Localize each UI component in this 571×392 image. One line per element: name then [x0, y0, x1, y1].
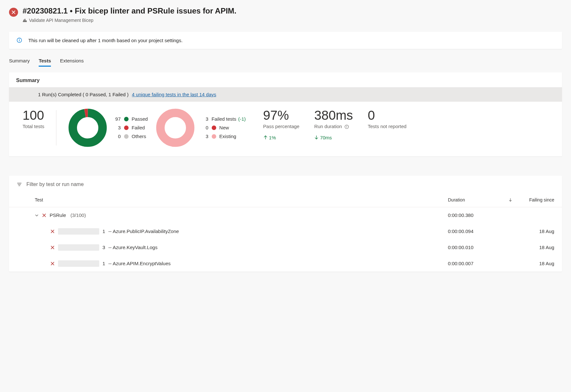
failed-breakdown-donut: 3 Failed tests (-1) 0 New 3	[156, 108, 246, 147]
pipeline-name: Validate API Management Bicep	[29, 18, 93, 23]
sort-down-icon[interactable]	[508, 198, 512, 202]
run-status-failed-icon	[9, 8, 18, 17]
dot-red-icon	[124, 126, 129, 130]
svg-rect-12	[347, 126, 347, 128]
pipeline-icon	[23, 18, 27, 23]
svg-point-11	[346, 126, 347, 126]
svg-rect-0	[23, 21, 27, 22]
dot-grey-icon	[124, 134, 129, 139]
page-header: #20230821.1 • Fix bicep linter and PSRul…	[9, 6, 562, 23]
fail-x-icon	[50, 245, 55, 250]
svg-rect-3	[26, 20, 27, 21]
tests-table-panel: Test Duration Failing since	[9, 176, 562, 272]
metric-total-tests: 100 Total tests	[23, 108, 44, 147]
legend-existing: 3 Existing	[200, 134, 246, 139]
redacted-text	[58, 244, 99, 251]
group-name: PSRule	[50, 212, 66, 218]
metric-run-duration: 380ms Run duration 70ms	[314, 108, 353, 147]
group-count: (3/100)	[71, 212, 86, 218]
tab-summary[interactable]: Summary	[9, 58, 30, 67]
failing-tests-link[interactable]: 4 unique failing tests in the last 14 da…	[132, 92, 216, 97]
svg-point-5	[19, 39, 20, 40]
legend-new: 0 New	[200, 125, 246, 130]
test-duration: 0:00:00.094	[448, 229, 522, 234]
test-row[interactable]: 3 -- Azure.KeyVault.Logs 0:00:00.010 18 …	[9, 239, 562, 256]
info-icon[interactable]	[344, 125, 349, 129]
col-duration[interactable]: Duration	[448, 197, 465, 202]
divider	[56, 110, 56, 145]
table-header: Test Duration Failing since	[9, 193, 562, 207]
filter-input[interactable]	[26, 182, 554, 187]
fail-x-icon	[50, 261, 55, 266]
pass-pct-delta: 1%	[263, 135, 300, 140]
svg-point-7	[73, 113, 102, 143]
legend-failed-header: 3 Failed tests (-1)	[200, 116, 246, 122]
dot-green-icon	[124, 117, 129, 121]
dot-red-icon	[212, 126, 216, 130]
test-name: -- Azure.APIM.EncryptValues	[108, 261, 170, 266]
legend-others: 0 Others	[112, 134, 148, 139]
metric-pass-percentage: 97% Pass percentage 1%	[263, 108, 300, 147]
test-duration: 0:00:00.007	[448, 261, 522, 266]
fail-x-icon	[50, 229, 55, 234]
tab-tests[interactable]: Tests	[39, 58, 51, 67]
redacted-text	[58, 260, 99, 267]
test-name: -- Azure.PublicIP.AvailabilityZone	[108, 229, 179, 234]
svg-point-9	[160, 113, 190, 143]
redacted-text	[58, 228, 99, 235]
legend-failed: 3 Failed	[112, 125, 148, 130]
cleanup-info-banner: This run will be cleaned up after 1 mont…	[9, 32, 562, 49]
failed-donut-chart	[156, 108, 195, 147]
runs-completed-text: 1 Run(s) Completed ( 0 Passed, 1 Failed …	[38, 92, 129, 97]
test-row[interactable]: 1 -- Azure.APIM.EncryptValues 0:00:00.00…	[9, 256, 562, 272]
chevron-down-icon[interactable]	[35, 213, 39, 217]
outcome-donut-chart	[68, 108, 107, 147]
test-duration: 0:00:00.010	[448, 245, 522, 250]
test-name: -- Azure.KeyVault.Logs	[108, 245, 157, 250]
duration-delta: 70ms	[314, 135, 353, 140]
legend-passed: 97 Passed	[112, 116, 148, 122]
svg-rect-2	[24, 19, 25, 21]
test-failing-since: 18 Aug	[522, 229, 554, 234]
dot-pink-icon	[212, 134, 216, 139]
svg-rect-1	[24, 20, 24, 21]
test-group-row[interactable]: PSRule (3/100) 0:00:00.380	[9, 207, 562, 223]
fail-x-icon	[42, 213, 46, 218]
metric-not-reported: 0 Tests not reported	[368, 108, 406, 147]
arrow-down-icon	[314, 135, 319, 140]
col-failing-since[interactable]: Failing since	[522, 197, 554, 202]
runs-completed-bar: 1 Run(s) Completed ( 0 Passed, 1 Failed …	[9, 87, 562, 102]
banner-text: This run will be cleaned up after 1 mont…	[28, 38, 183, 43]
info-icon	[17, 38, 22, 43]
test-failing-since: 18 Aug	[522, 261, 554, 266]
svg-rect-6	[19, 40, 19, 42]
total-tests-label: Total tests	[23, 124, 44, 129]
outcome-donut: 97 Passed 3 Failed 0 Others	[68, 108, 148, 147]
group-duration: 0:00:00.380	[448, 212, 522, 218]
summary-panel: Summary 1 Run(s) Completed ( 0 Passed, 1…	[9, 72, 562, 156]
test-row[interactable]: 1 -- Azure.PublicIP.AvailabilityZone 0:0…	[9, 223, 562, 239]
tabs: Summary Tests Extensions	[9, 58, 562, 67]
run-title: #20230821.1 • Fix bicep linter and PSRul…	[23, 6, 237, 16]
test-failing-since: 18 Aug	[522, 245, 554, 250]
summary-heading: Summary	[9, 72, 562, 87]
tab-extensions[interactable]: Extensions	[60, 58, 83, 67]
filter-icon[interactable]	[17, 182, 22, 187]
total-tests-value: 100	[23, 108, 44, 122]
col-test[interactable]: Test	[17, 197, 448, 202]
arrow-up-icon	[263, 135, 268, 140]
